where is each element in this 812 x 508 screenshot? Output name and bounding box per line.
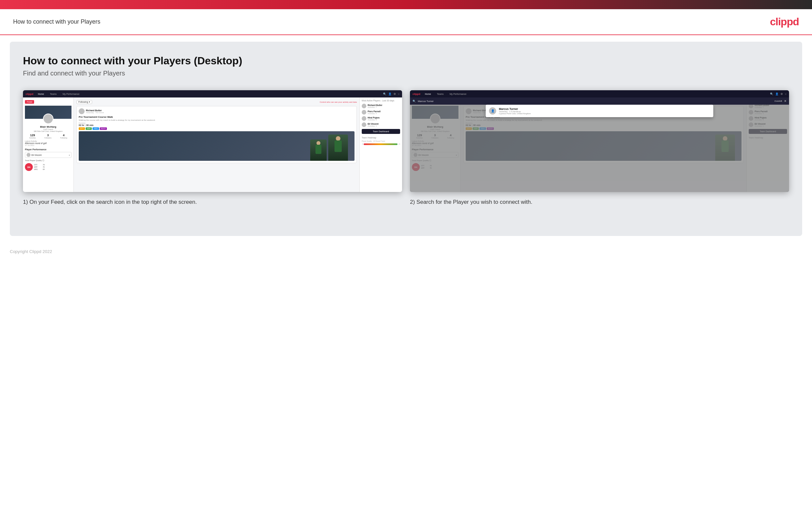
search-result-name: Marcus Turner <box>499 107 531 111</box>
search-result-card[interactable]: 👤 Marcus Turner Yesterday · 1.5 Handicap… <box>486 105 713 117</box>
screenshot-2-frame: clippd Home Teams My Performance 🔍 👤 ⚙ ○ <box>410 90 789 192</box>
search-bar-2: 🔍 Marcus Turner CLEAR × <box>410 97 789 105</box>
team-dashboard-btn-1[interactable]: Team Dashboard <box>362 129 400 134</box>
tag-arg-1: ARG <box>93 127 99 130</box>
user-info-1: Richard Butler Yesterday · The Grove <box>86 109 104 114</box>
activity-user-row-1: Richard Butler Yesterday · The Grove <box>79 108 354 114</box>
search-icon[interactable]: 🔍 <box>383 92 386 95</box>
active-player-4: Eli Vincent Activities: 1 <box>362 122 400 127</box>
nav-icons-2: 🔍 👤 ⚙ ○ <box>770 92 786 95</box>
active-player-2: Piers Parnell Activities: 4 <box>362 110 400 115</box>
search-overlay-2: 🔍 Marcus Turner CLEAR × 👤 Marcus Turner … <box>410 97 789 192</box>
tag-ott-1: OTT <box>79 127 85 130</box>
profile-avatar-1 <box>43 114 53 124</box>
close-search-button[interactable]: × <box>784 99 786 103</box>
user-name-1: Richard Butler <box>86 109 104 112</box>
active-player-1: Richard Butler Activities: 7 <box>362 104 400 108</box>
latest-activity-date: 27 Jul 2022 <box>25 144 71 146</box>
active-avatar-1 <box>362 104 366 108</box>
header: How to connect with your Players clippd <box>0 9 812 35</box>
search-result-avatar: 👤 <box>489 107 496 115</box>
player-name-sm-1: Eli Vincent <box>32 154 68 156</box>
stats-row-1: 129 Activities 3 Followers 4 Following <box>25 134 71 139</box>
app-logo-sm-1: clippd <box>26 92 34 95</box>
nav-home-1[interactable]: Home <box>37 92 46 96</box>
profile-banner-1 <box>25 106 71 119</box>
app-ui-1: clippd Home Teams My Performance 🔍 👤 ⚙ ○ <box>23 90 402 192</box>
app-sidebar-1: Feed Blair McHarg Golf Coach Mill Ride G… <box>23 97 74 192</box>
profile-icon-2[interactable]: 👤 <box>775 92 778 95</box>
feed-tab-1[interactable]: Feed <box>25 100 34 104</box>
settings-icon-2[interactable]: ⚙ <box>780 92 783 95</box>
app-nav-1: clippd Home Teams My Performance 🔍 👤 ⚙ ○ <box>23 90 402 97</box>
duration-val-1: 02 hr : 00 min <box>79 124 354 126</box>
stat-activities: 129 Activities <box>29 134 36 139</box>
search-result-info: Marcus Turner Yesterday · 1.5 Handicap C… <box>499 107 531 115</box>
panel-2: clippd Home Teams My Performance 🔍 👤 ⚙ ○ <box>410 90 789 206</box>
step2-label: 2) Search for the Player you wish to con… <box>410 198 789 206</box>
step1-label: 1) On your Feed, click on the search ico… <box>23 198 402 206</box>
clear-button[interactable]: CLEAR <box>775 100 782 102</box>
app-logo-sm-2: clippd <box>413 92 420 95</box>
most-active-label-1: Most Active Players - Last 30 days <box>362 99 400 102</box>
latest-activity-text: Afternoon round of golf <box>25 142 71 144</box>
user-avatar-1 <box>79 108 85 114</box>
search-icon-overlay: 🔍 <box>413 100 416 103</box>
screenshot-1-frame: clippd Home Teams My Performance 🔍 👤 ⚙ ○ <box>23 90 402 192</box>
profile-club-1: Mill Ride Golf Club, United Kingdom <box>25 130 71 132</box>
nav-teams-1[interactable]: Teams <box>49 92 58 96</box>
control-link-1[interactable]: Control who can see your activity and da… <box>320 101 357 103</box>
app-body-1: Feed Blair McHarg Golf Coach Mill Ride G… <box>23 97 402 192</box>
nav-home-2[interactable]: Home <box>424 92 433 96</box>
app-feed-1: Following ▾ Control who can see your act… <box>74 97 360 192</box>
footer: Copyright Clippd 2022 <box>0 243 812 261</box>
stat-followers: 3 Followers <box>45 134 51 139</box>
top-bar <box>0 0 812 9</box>
nav-my-performance-1[interactable]: My Performance <box>61 92 81 96</box>
page-title: How to connect with your Players <box>13 18 100 25</box>
app-nav-2: clippd Home Teams My Performance 🔍 👤 ⚙ ○ <box>410 90 789 97</box>
tag-putt-1: PUTT <box>100 127 107 130</box>
settings-icon[interactable]: ⚙ <box>393 92 396 95</box>
logo-d: d <box>793 16 799 28</box>
user-meta-1: Yesterday · The Grove <box>86 112 104 114</box>
card-desc-1: Walking the course with my coach to buil… <box>79 119 354 121</box>
main-content: How to connect with your Players (Deskto… <box>10 42 802 236</box>
player-avatar-sm-1 <box>27 153 31 157</box>
active-avatar-4 <box>362 122 366 127</box>
tag-app-1: APP <box>86 127 92 130</box>
activity-card-1: Richard Butler Yesterday · The Grove Pre… <box>77 106 357 163</box>
stat-following: 4 Following <box>60 134 67 139</box>
following-button-1[interactable]: Following ▾ <box>77 100 92 104</box>
feed-photo-1 <box>79 131 354 161</box>
card-title-1: Pre Tournament Course Walk <box>79 116 354 119</box>
panel-1: clippd Home Teams My Performance 🔍 👤 ⚙ ○ <box>23 90 402 206</box>
metric-bars-1: OTT 79 APP 70 <box>34 164 45 171</box>
heatmap-sublabel-1: Player Quality · 20 Round Trend <box>362 140 400 142</box>
nav-teams-2[interactable]: Teams <box>435 92 445 96</box>
profile-name-1: Blair McHarg <box>25 125 71 128</box>
search-result-meta2: Cypress Point Club, United Kingdom <box>499 113 531 115</box>
panels-row: clippd Home Teams My Performance 🔍 👤 ⚙ ○ <box>23 90 789 206</box>
main-subtitle: Find and connect with your Players <box>23 70 789 77</box>
search-input-display[interactable]: Marcus Turner <box>418 100 773 103</box>
app-ui-2: clippd Home Teams My Performance 🔍 👤 ⚙ ○ <box>410 90 789 192</box>
main-title: How to connect with your Players (Deskto… <box>23 55 789 67</box>
search-icon-2[interactable]: 🔍 <box>770 92 773 95</box>
player-performance-label-1: Player Performance <box>25 148 71 151</box>
nav-my-performance-2[interactable]: My Performance <box>448 92 468 96</box>
avatar-icon-2[interactable]: ○ <box>785 92 786 95</box>
active-player-3: Hiral Pujara Activities: 3 <box>362 116 400 121</box>
tpq-label-1: Total Player Quality ⓘ <box>25 159 71 162</box>
avatar-icon[interactable]: ○ <box>398 92 399 95</box>
heatmap-scale-1: -5 +5 <box>362 143 400 145</box>
nav-icons-1: 🔍 👤 ⚙ ○ <box>383 92 399 95</box>
score-circle-1: 84 <box>25 163 33 171</box>
logo: clippd <box>770 16 799 28</box>
tag-row-1: OTT APP ARG PUTT <box>79 127 354 130</box>
team-heatmap-title-1: Team Heatmap <box>362 136 400 139</box>
profile-icon[interactable]: 👤 <box>388 92 392 95</box>
player-select-1[interactable]: Eli Vincent ▾ <box>25 152 71 158</box>
following-row-1: Following ▾ Control who can see your act… <box>77 100 357 104</box>
copyright: Copyright Clippd 2022 <box>10 249 52 254</box>
